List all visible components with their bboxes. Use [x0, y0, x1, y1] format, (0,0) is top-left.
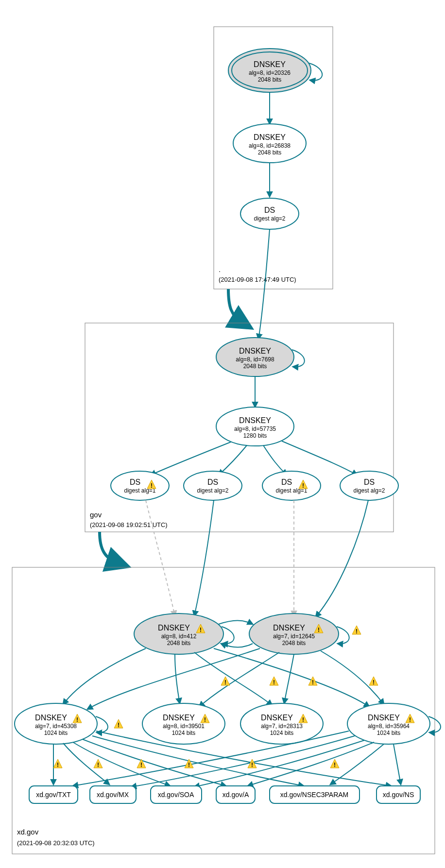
svg-text:DS: DS [207, 478, 218, 486]
svg-text:!: ! [302, 716, 304, 723]
edge-k12645-k28313 [284, 654, 294, 703]
edge-k45308-soa [73, 742, 170, 786]
svg-text:alg=8, id=35964: alg=8, id=35964 [368, 723, 410, 730]
svg-text:xd.gov/A: xd.gov/A [222, 791, 249, 799]
svg-text:DS: DS [364, 478, 375, 486]
edge-ds4-k12645 [316, 500, 368, 617]
edge-k412-k39501 [175, 654, 180, 703]
svg-text:!: ! [76, 716, 78, 723]
rr-soa: xd.gov/SOA [151, 786, 202, 803]
svg-text:alg=8, id=412: alg=8, id=412 [161, 633, 197, 640]
edge-k35964-nsec3 [330, 744, 384, 784]
svg-text:!: ! [334, 762, 336, 768]
edge-k45308-ns [96, 731, 391, 786]
svg-text:!: ! [302, 482, 304, 489]
edge-k12645-k45308 [87, 648, 260, 709]
node-gov-ds2: DS digest alg=2 [184, 471, 242, 500]
svg-text:1024 bits: 1024 bits [270, 730, 294, 736]
svg-text:alg=8, id=57735: alg=8, id=57735 [234, 425, 276, 432]
svg-text:DNSKEY: DNSKEY [254, 60, 286, 68]
svg-text:digest alg=2: digest alg=2 [254, 215, 285, 222]
zone-gov-time: (2021-09-08 19:02:51 UTC) [90, 521, 168, 528]
svg-text:xd.gov/TXT: xd.gov/TXT [36, 791, 71, 799]
node-gov-zsk: DNSKEY alg=8, id=57735 1280 bits [216, 407, 294, 446]
svg-text:!: ! [151, 482, 153, 489]
svg-text:!: ! [118, 722, 120, 729]
svg-text:alg=8, id=7698: alg=8, id=7698 [236, 356, 274, 363]
edge-rootds-govksk [258, 229, 270, 339]
svg-text:2048 bits: 2048 bits [167, 640, 191, 647]
edge-govzsk-ds4 [282, 441, 357, 475]
svg-text:2048 bits: 2048 bits [282, 640, 306, 647]
svg-text:digest alg=2: digest alg=2 [197, 487, 228, 494]
rr-mx: xd.gov/MX [90, 786, 136, 803]
zone-connector-root-gov [228, 289, 243, 323]
zone-root-time: (2021-09-08 17:47:49 UTC) [219, 276, 296, 283]
svg-text:!: ! [273, 679, 275, 686]
svg-text:DS: DS [130, 478, 140, 486]
node-xd-k28313: DNSKEY alg=7, id=28313 1024 bits [240, 703, 323, 744]
svg-text:alg=7, id=45308: alg=7, id=45308 [35, 723, 77, 730]
zone-gov-name: gov [90, 511, 102, 519]
svg-text:1024 bits: 1024 bits [44, 730, 68, 736]
zone-root-name: . [219, 265, 221, 273]
zone-xd-time: (2021-09-08 20:32:03 UTC) [17, 839, 95, 847]
svg-text:!: ! [188, 762, 190, 768]
svg-text:DNSKEY: DNSKEY [368, 714, 400, 722]
svg-text:DNSKEY: DNSKEY [158, 624, 190, 632]
svg-text:xd.gov/NSEC3PARAM: xd.gov/NSEC3PARAM [280, 791, 349, 799]
node-xd-k35964: DNSKEY alg=8, id=35964 1024 bits [347, 703, 430, 744]
svg-text:DS: DS [281, 478, 292, 486]
svg-text:alg=8, id=26838: alg=8, id=26838 [249, 142, 291, 149]
node-root-zsk: DNSKEY alg=8, id=26838 2048 bits [233, 124, 306, 163]
edge-k412-k35964 [214, 648, 369, 707]
edge-ds2-k412 [194, 500, 214, 616]
svg-text:!: ! [57, 762, 59, 768]
node-root-ds: DS digest alg=2 [240, 198, 299, 229]
svg-text:digest alg=2: digest alg=2 [353, 487, 385, 494]
svg-text:!: ! [200, 627, 202, 633]
edge-govzsk-ds1 [151, 442, 231, 475]
edge-k35964-ns [394, 744, 401, 784]
node-root-ksk: DNSKEY alg=8, id=20326 2048 bits [228, 49, 311, 92]
edge-ds1-k412 [146, 500, 175, 616]
svg-text:DNSKEY: DNSKEY [254, 133, 286, 141]
svg-text:!: ! [312, 679, 314, 686]
node-xd-k39501: DNSKEY alg=8, id=39501 1024 bits [142, 703, 225, 744]
svg-text:alg=7, id=12645: alg=7, id=12645 [273, 633, 315, 640]
svg-text:DNSKEY: DNSKEY [163, 714, 195, 722]
edge-govzsk-ds3 [263, 445, 287, 475]
svg-text:1280 bits: 1280 bits [243, 432, 267, 439]
svg-text:alg=8, id=20326: alg=8, id=20326 [249, 69, 291, 76]
svg-text:DNSKEY: DNSKEY [35, 714, 67, 722]
edge-k412-k12645 [219, 621, 253, 625]
node-xd-k12645: DNSKEY alg=7, id=12645 2048 bits [249, 613, 339, 654]
svg-text:1024 bits: 1024 bits [377, 730, 401, 736]
svg-text:2048 bits: 2048 bits [258, 76, 282, 83]
svg-text:alg=7, id=28313: alg=7, id=28313 [261, 723, 303, 730]
svg-text:DS: DS [264, 206, 275, 214]
svg-text:DNSKEY: DNSKEY [239, 347, 271, 355]
svg-text:alg=8, id=39501: alg=8, id=39501 [163, 723, 205, 730]
node-gov-ds3: DS digest alg=1 [262, 471, 321, 500]
svg-text:2048 bits: 2048 bits [243, 363, 267, 370]
svg-text:!: ! [140, 762, 142, 768]
svg-text:!: ! [224, 679, 226, 686]
zone-xd-name: xd.gov [17, 828, 39, 836]
edge-k412-k28313 [194, 652, 272, 705]
node-xd-k412: DNSKEY alg=8, id=412 2048 bits [134, 613, 223, 654]
node-gov-ds4: DS digest alg=2 [340, 471, 398, 500]
svg-text:2048 bits: 2048 bits [258, 149, 282, 156]
edge-govzsk-ds2 [219, 445, 247, 475]
edge-k12645-k39501 [199, 652, 279, 707]
rr-txt: xd.gov/TXT [29, 786, 78, 803]
svg-text:!: ! [356, 628, 358, 635]
zone-connector-gov-xd [100, 532, 119, 563]
svg-text:xd.gov/NS: xd.gov/NS [383, 791, 414, 799]
rr-a: xd.gov/A [216, 786, 255, 803]
rr-nsec3: xd.gov/NSEC3PARAM [270, 786, 359, 803]
node-gov-ksk: DNSKEY alg=8, id=7698 2048 bits [216, 338, 294, 376]
svg-text:1024 bits: 1024 bits [172, 730, 196, 736]
svg-text:xd.gov/SOA: xd.gov/SOA [158, 791, 194, 799]
svg-text:xd.gov/MX: xd.gov/MX [97, 791, 129, 799]
